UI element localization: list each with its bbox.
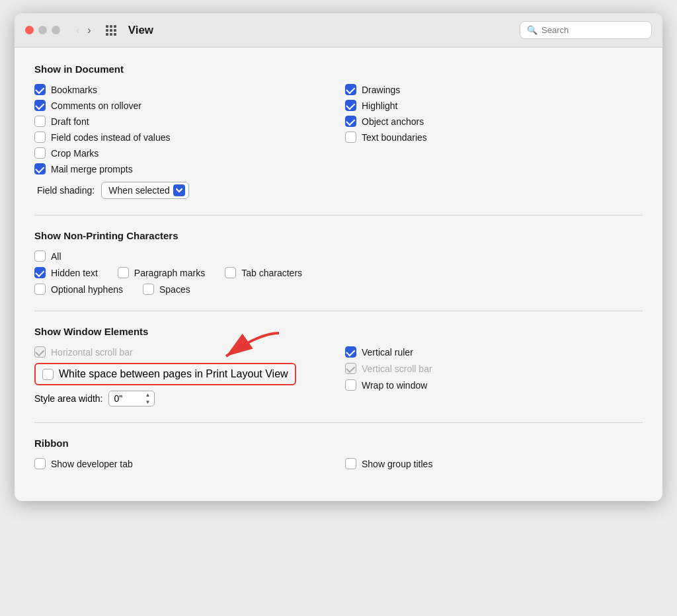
- text-boundaries-row: Text boundaries: [345, 132, 643, 143]
- wrap-to-window-row: Wrap to window: [345, 379, 643, 391]
- non-printing-section: Show Non-Printing Characters All Hidden …: [34, 230, 643, 295]
- vertical-ruler-checkbox[interactable]: [345, 346, 356, 358]
- spaces-label: Spaces: [159, 284, 190, 295]
- style-area-label: Style area width:: [34, 393, 103, 404]
- search-box[interactable]: 🔍: [520, 21, 652, 39]
- drawings-label: Drawings: [362, 85, 400, 95]
- style-area-row: Style area width: ▲ ▼: [34, 391, 332, 406]
- optional-hyphens-checkbox[interactable]: [34, 284, 46, 295]
- object-anchors-checkbox[interactable]: [345, 116, 356, 127]
- search-icon: 🔍: [527, 25, 538, 35]
- draft-font-checkbox[interactable]: [34, 116, 46, 127]
- nav-buttons: ‹ ›: [73, 23, 94, 38]
- window-elements-grid: Horizontal scroll bar: [34, 346, 643, 406]
- show-in-document-grid: Bookmarks Comments on rollover Draft fon…: [34, 84, 643, 199]
- comments-rollover-label: Comments on rollover: [51, 100, 141, 111]
- wrap-to-window-checkbox[interactable]: [345, 379, 356, 391]
- red-arrow-icon: [206, 327, 286, 379]
- preferences-content: Show in Document Bookmarks Comments on r…: [15, 48, 662, 501]
- developer-tab-label: Show developer tab: [51, 459, 133, 469]
- vertical-ruler-row: Vertical ruler: [345, 346, 643, 358]
- non-printing-title: Show Non-Printing Characters: [34, 230, 643, 241]
- horizontal-scroll-label: Horizontal scroll bar: [51, 347, 133, 358]
- window-elements-left: Horizontal scroll bar: [34, 346, 332, 406]
- spaces-checkbox[interactable]: [143, 284, 154, 295]
- field-codes-row: Field codes instead of values: [34, 132, 332, 143]
- field-shading-row: Field shading: Always Never When selecte…: [37, 182, 332, 199]
- developer-tab-checkbox[interactable]: [34, 458, 46, 469]
- comments-rollover-checkbox[interactable]: [34, 100, 46, 111]
- style-area-input-wrapper: ▲ ▼: [108, 391, 155, 406]
- ribbon-grid: Show developer tab Show group titles: [34, 458, 643, 469]
- highlight-row: Highlight: [345, 100, 643, 111]
- draft-font-label: Draft font: [51, 116, 89, 127]
- hidden-text-row: Hidden text: [34, 267, 98, 278]
- draft-font-row: Draft font: [34, 116, 332, 127]
- show-in-document-right: Drawings Highlight Object anchors Text b…: [345, 84, 643, 199]
- mail-merge-checkbox[interactable]: [34, 163, 46, 174]
- field-shading-select[interactable]: Always Never When selected: [101, 182, 189, 199]
- bookmarks-label: Bookmarks: [51, 85, 97, 95]
- hidden-text-checkbox[interactable]: [34, 267, 46, 278]
- white-space-checkbox[interactable]: [42, 369, 54, 380]
- text-boundaries-label: Text boundaries: [362, 132, 427, 143]
- show-in-document-left: Bookmarks Comments on rollover Draft fon…: [34, 84, 332, 199]
- all-checkbox[interactable]: [34, 250, 46, 262]
- tab-characters-checkbox[interactable]: [225, 267, 236, 278]
- mail-merge-row: Mail merge prompts: [34, 163, 332, 174]
- show-in-document-title: Show in Document: [34, 63, 643, 75]
- grid-icon[interactable]: [106, 25, 116, 36]
- style-area-stepper: ▲ ▼: [143, 392, 153, 406]
- non-printing-row2: Optional hyphens Spaces: [34, 284, 643, 295]
- divider-3: [34, 422, 643, 423]
- style-area-decrement[interactable]: ▼: [143, 399, 153, 406]
- window-title: View: [128, 24, 512, 37]
- ribbon-title: Ribbon: [34, 438, 643, 449]
- mail-merge-label: Mail merge prompts: [51, 164, 133, 174]
- tab-characters-label: Tab characters: [241, 268, 302, 278]
- highlight-label: Highlight: [362, 100, 397, 111]
- non-printing-row1: Hidden text Paragraph marks Tab characte…: [34, 267, 643, 278]
- horizontal-scroll-row: Horizontal scroll bar: [34, 346, 332, 358]
- text-boundaries-checkbox[interactable]: [345, 132, 356, 143]
- drawings-checkbox[interactable]: [345, 84, 356, 95]
- ribbon-section: Ribbon Show developer tab Show group tit…: [34, 438, 643, 469]
- forward-button[interactable]: ›: [85, 23, 93, 38]
- window-elements-right: Vertical ruler Vertical scroll bar Wrap …: [345, 346, 643, 406]
- vertical-scroll-checkbox: [345, 363, 356, 374]
- spaces-row: Spaces: [143, 284, 190, 295]
- back-button[interactable]: ‹: [73, 23, 82, 38]
- horizontal-scroll-checkbox: [34, 346, 46, 358]
- crop-marks-checkbox[interactable]: [34, 147, 46, 159]
- vertical-scroll-label: Vertical scroll bar: [362, 364, 432, 374]
- drawings-row: Drawings: [345, 84, 643, 95]
- minimize-button[interactable]: [38, 26, 47, 34]
- field-shading-label: Field shading:: [37, 185, 95, 196]
- bookmarks-checkbox[interactable]: [34, 84, 46, 95]
- divider-1: [34, 215, 643, 215]
- vertical-scroll-row: Vertical scroll bar: [345, 363, 643, 374]
- field-shading-select-wrapper[interactable]: Always Never When selected: [101, 182, 189, 199]
- optional-hyphens-row: Optional hyphens: [34, 284, 123, 295]
- paragraph-marks-checkbox[interactable]: [118, 267, 129, 278]
- field-codes-checkbox[interactable]: [34, 132, 46, 143]
- vertical-ruler-label: Vertical ruler: [362, 347, 413, 358]
- titlebar: ‹ › View 🔍: [15, 13, 662, 48]
- traffic-lights: [25, 26, 60, 34]
- non-printing-grid: All Hidden text Paragraph marks Tab char…: [34, 250, 643, 295]
- object-anchors-label: Object anchors: [362, 116, 424, 127]
- close-button[interactable]: [25, 26, 34, 34]
- highlight-checkbox[interactable]: [345, 100, 356, 111]
- group-titles-label: Show group titles: [362, 459, 432, 469]
- wrap-to-window-label: Wrap to window: [362, 380, 427, 391]
- window-elements-title: Show Window Elements: [34, 326, 643, 337]
- style-area-increment[interactable]: ▲: [143, 392, 153, 399]
- search-input[interactable]: [541, 25, 634, 35]
- white-space-container: White space between pages in Print Layou…: [34, 363, 332, 385]
- show-in-document-section: Show in Document Bookmarks Comments on r…: [34, 63, 643, 199]
- hidden-text-label: Hidden text: [51, 268, 98, 278]
- divider-2: [34, 311, 643, 311]
- group-titles-checkbox[interactable]: [345, 458, 356, 469]
- maximize-button[interactable]: [52, 26, 60, 34]
- comments-rollover-row: Comments on rollover: [34, 100, 332, 111]
